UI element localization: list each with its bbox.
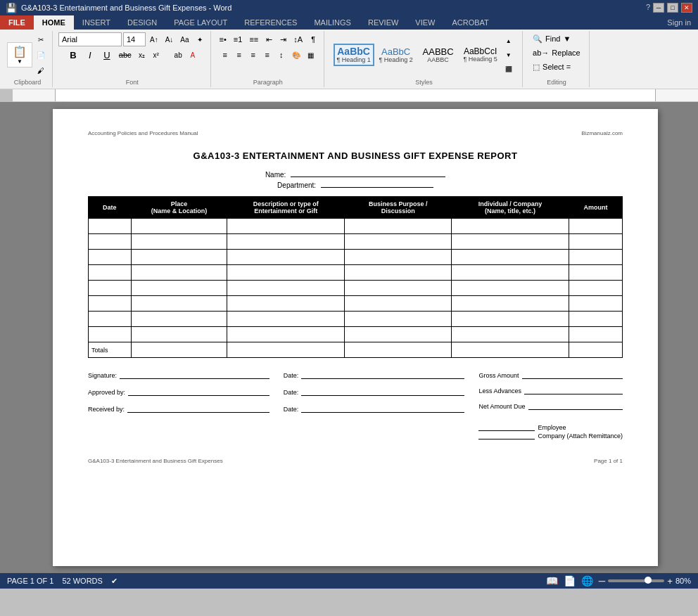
received-by-underline — [127, 412, 269, 413]
align-center-button[interactable]: ≡ — [233, 48, 246, 62]
sign-in-button[interactable]: Sign in — [660, 15, 698, 30]
highlight-button[interactable]: ab — [172, 48, 185, 62]
increase-indent-button[interactable]: ⇥ — [277, 32, 289, 46]
table-cell-4-3 — [345, 281, 452, 296]
font-color-button[interactable]: A — [186, 48, 199, 62]
multilevel-list-button[interactable]: ≡≡ — [246, 32, 261, 46]
table-cell-0-3 — [345, 219, 452, 234]
less-advances-underline — [524, 394, 623, 394]
subscript-button[interactable]: x₂ — [136, 48, 148, 62]
tab-references[interactable]: REFERENCES — [236, 15, 305, 30]
table-row — [89, 327, 623, 342]
tab-insert[interactable]: INSERT — [74, 15, 119, 30]
strikethrough-button[interactable]: abc — [116, 48, 134, 62]
totals-amount — [569, 342, 623, 358]
help-button[interactable]: ? — [646, 3, 650, 13]
select-button[interactable]: ⬚ Select = — [528, 60, 575, 73]
change-case-button[interactable]: Aa — [177, 32, 191, 46]
style-heading3[interactable]: AABBC AABBC — [418, 44, 459, 66]
justify-button[interactable]: ≡ — [261, 48, 274, 62]
company-line: Company (Attach Remittance) — [478, 432, 623, 439]
totals-row: Totals — [89, 342, 623, 358]
shading-button[interactable]: 🎨 — [289, 48, 303, 62]
ribbon-tab-bar: FILE HOME INSERT DESIGN PAGE LAYOUT REFE… — [0, 15, 698, 30]
zoom-in-button[interactable]: + — [667, 576, 673, 586]
totals-col5 — [452, 342, 569, 358]
table-cell-2-4 — [452, 250, 569, 265]
table-row — [89, 281, 623, 296]
styles-expand[interactable]: ⬛ — [502, 62, 515, 76]
find-button[interactable]: 🔍 Find ▼ — [528, 32, 575, 45]
table-cell-6-0 — [89, 312, 132, 327]
table-cell-6-2 — [227, 312, 345, 327]
view-read-button[interactable]: 📖 — [546, 575, 558, 586]
tab-review[interactable]: REVIEW — [360, 15, 407, 30]
align-left-button[interactable]: ≡ — [219, 48, 231, 62]
tab-file[interactable]: FILE — [0, 15, 34, 30]
maximize-button[interactable]: □ — [667, 3, 678, 13]
app-body: Accounting Policies and Procedures Manua… — [0, 102, 698, 573]
style-heading1[interactable]: AaBbC ¶ Heading 1 — [334, 44, 374, 66]
employee-section: Employee Company (Attach Remittance) — [478, 424, 623, 441]
replace-button[interactable]: ab→ Replace — [528, 46, 585, 59]
status-right: 📖 📄 🌐 ─ + 80% — [546, 575, 691, 586]
find-dropdown-icon: ▼ — [564, 34, 571, 43]
underline-button[interactable]: U — [99, 48, 115, 62]
table-cell-0-2 — [227, 219, 345, 234]
numbering-button[interactable]: ≡1 — [231, 32, 246, 46]
decrease-indent-button[interactable]: ⇤ — [262, 32, 275, 46]
tab-mailings[interactable]: MAILINGS — [305, 15, 360, 30]
clear-format-button[interactable]: ✦ — [193, 32, 206, 46]
page-scroll[interactable]: Accounting Policies and Procedures Manua… — [13, 102, 698, 573]
totals-col2 — [131, 342, 227, 358]
zoom-out-button[interactable]: ─ — [599, 576, 605, 586]
table-cell-5-3 — [345, 296, 452, 312]
cut-button[interactable]: ✂ — [34, 32, 48, 46]
tab-home[interactable]: HOME — [34, 15, 74, 30]
tab-page-layout[interactable]: PAGE LAYOUT — [165, 15, 236, 30]
font-size-input[interactable] — [123, 32, 146, 46]
sort-button[interactable]: ↕A — [291, 32, 305, 46]
minimize-button[interactable]: ─ — [653, 3, 664, 13]
table-cell-7-2 — [227, 327, 345, 342]
proofing-icon[interactable]: ✔ — [111, 577, 118, 586]
table-cell-1-4 — [452, 234, 569, 250]
footer-left: G&A103-3 Entertainment and Business Gift… — [88, 458, 223, 464]
table-cell-3-5 — [569, 265, 623, 281]
font-name-input[interactable] — [58, 32, 122, 46]
table-cell-4-5 — [569, 281, 623, 296]
view-web-button[interactable]: 🌐 — [581, 575, 593, 586]
zoom-slider[interactable] — [608, 579, 664, 582]
grow-font-button[interactable]: A↑ — [147, 32, 161, 46]
tab-design[interactable]: DESIGN — [119, 15, 165, 30]
bullets-button[interactable]: ≡• — [217, 32, 229, 46]
styles-scroll-down[interactable]: ▼ — [502, 48, 515, 62]
bold-button[interactable]: B — [65, 48, 81, 62]
style-heading5[interactable]: AaBbCcI ¶ Heading 5 — [460, 44, 501, 65]
table-cell-7-3 — [345, 327, 452, 342]
copy-button[interactable]: 📄 — [34, 48, 48, 62]
shrink-font-button[interactable]: A↓ — [163, 32, 177, 46]
table-cell-3-3 — [345, 265, 452, 281]
style-heading2[interactable]: AaBbC ¶ Heading 2 — [376, 44, 417, 66]
table-cell-2-5 — [569, 250, 623, 265]
sig-left-col: Signature: Approved by: Received by: — [88, 372, 269, 441]
date3-label: Date: — [284, 406, 299, 413]
window-controls[interactable]: ? ─ □ ✕ — [646, 3, 692, 13]
view-layout-button[interactable]: 📄 — [564, 575, 576, 586]
tab-acrobat[interactable]: ACROBAT — [443, 15, 497, 30]
format-painter-button[interactable]: 🖌 — [34, 63, 48, 77]
tab-view[interactable]: VIEW — [407, 15, 443, 30]
italic-button[interactable]: I — [82, 48, 98, 62]
align-right-button[interactable]: ≡ — [247, 48, 260, 62]
close-button[interactable]: ✕ — [681, 3, 692, 13]
superscript-button[interactable]: x² — [150, 48, 163, 62]
border-button[interactable]: ▦ — [305, 48, 317, 62]
line-spacing-button[interactable]: ↕ — [275, 48, 288, 62]
window-title: G&A103-3 Entertainment and Business Gift… — [21, 4, 231, 12]
col-place: Place(Name & Location) — [131, 197, 227, 219]
show-marks-button[interactable]: ¶ — [307, 32, 319, 46]
approved-by-line: Approved by: — [88, 389, 269, 396]
paste-button[interactable]: 📋 ▼ — [7, 42, 32, 68]
styles-scroll-up[interactable]: ▲ — [502, 34, 515, 48]
